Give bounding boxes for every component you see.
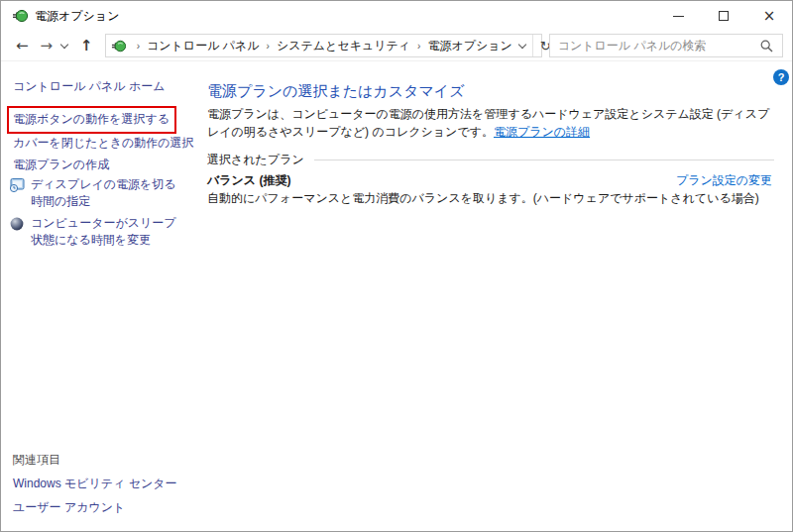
breadcrumb-power-options[interactable]: 電源オプション: [427, 38, 511, 54]
title-bar: 電源オプション ×: [1, 1, 792, 31]
display-clock-icon: [9, 177, 25, 193]
plan-description: 自動的にパフォーマンスと電力消費のバランスを取ります。(ハードウェアでサポートさ…: [207, 190, 780, 207]
highlight-box: 電源ボタンの動作を選択する: [7, 106, 176, 134]
forward-button[interactable]: →: [35, 39, 59, 53]
sleep-moon-icon: [9, 216, 25, 232]
maximize-icon: [719, 11, 729, 21]
selected-plan-heading: 選択されたプラン: [207, 152, 304, 168]
plan-row: バランス (推奨) プラン設定の変更: [207, 172, 772, 189]
power-plan-details-link[interactable]: 電源プランの詳細: [494, 125, 590, 139]
minimize-button[interactable]: [655, 1, 701, 31]
help-icon: ?: [778, 71, 785, 83]
address-dropdown-button[interactable]: [512, 35, 532, 56]
sidebar-item-display-off-time[interactable]: ディスプレイの電源を切る時間の指定: [9, 176, 181, 210]
breadcrumb-separator: ›: [137, 41, 140, 52]
plan-name: バランス (推奨): [207, 172, 290, 189]
address-bar[interactable]: › コントロール パネル › システムとセキュリティ › 電源オプション ↻: [105, 34, 542, 57]
search-icon[interactable]: [760, 40, 773, 53]
main-area: コントロール パネル ホーム 電源ボタンの動作を選択する カバーを閉じたときの動…: [1, 62, 792, 531]
up-button[interactable]: ↑: [74, 39, 99, 53]
chevron-down-icon: [518, 40, 526, 48]
help-button[interactable]: ?: [773, 69, 789, 85]
content-pane: 電源プランの選択またはカスタマイズ 電源プランは、コンピューターの電源の使用方法…: [207, 62, 774, 531]
recent-locations-chevron-icon[interactable]: [60, 40, 68, 48]
intro-text: 電源プランは、コンピューターの電源の使用方法を管理するハードウェア設定とシステム…: [207, 107, 769, 139]
power-options-window: 電源オプション × ← → ↑ › コントロール パネル › システムとセキュリ…: [0, 0, 793, 532]
task-pane: コントロール パネル ホーム 電源ボタンの動作を選択する カバーを閉じたときの動…: [1, 62, 199, 531]
window-controls: ×: [655, 1, 792, 31]
search-input[interactable]: [550, 39, 760, 53]
sidebar-item-control-panel-home[interactable]: コントロール パネル ホーム: [13, 78, 165, 95]
sidebar-item-choose-lid-close-action[interactable]: カバーを閉じたときの動作の選択: [13, 135, 194, 152]
sidebar-item-change-sleep-time[interactable]: コンピューターがスリープ状態になる時間を変更: [9, 215, 181, 249]
sidebar-item-create-power-plan[interactable]: 電源プランの作成: [13, 157, 109, 173]
section-divider: [314, 160, 774, 160]
sidebar-item-label: ディスプレイの電源を切る時間の指定: [31, 176, 181, 210]
sidebar-item-user-accounts[interactable]: ユーザー アカウント: [13, 499, 125, 516]
address-power-icon: [111, 39, 126, 53]
intro-paragraph: 電源プランは、コンピューターの電源の使用方法を管理するハードウェア設定とシステム…: [207, 106, 780, 141]
sidebar-item-choose-power-button-action[interactable]: 電源ボタンの動作を選択する: [13, 112, 170, 126]
maximize-button[interactable]: [701, 1, 746, 31]
window-title: 電源オプション: [35, 8, 119, 25]
sidebar-item-windows-mobility-center[interactable]: Windows モビリティ センター: [13, 476, 177, 492]
close-button[interactable]: ×: [746, 1, 792, 31]
back-button[interactable]: ←: [10, 39, 35, 53]
close-icon: ×: [763, 9, 776, 24]
navigation-toolbar: ← → ↑ › コントロール パネル › システムとセキュリティ › 電源オプシ…: [1, 31, 792, 61]
sidebar-item-label: コンピューターがスリープ状態になる時間を変更: [31, 215, 181, 249]
minimize-icon: [673, 16, 684, 17]
breadcrumb-system-security[interactable]: システムとセキュリティ: [277, 38, 410, 54]
power-options-icon: [12, 8, 28, 24]
page-title: 電源プランの選択またはカスタマイズ: [207, 82, 465, 101]
change-plan-settings-link[interactable]: プラン設定の変更: [676, 172, 772, 189]
selected-plan-section: 選択されたプラン: [207, 152, 774, 168]
related-items-heading: 関連項目: [13, 452, 60, 469]
breadcrumb-separator: ›: [417, 41, 420, 52]
breadcrumb-separator: ›: [267, 41, 270, 52]
breadcrumb-control-panel[interactable]: コントロール パネル: [147, 38, 260, 54]
search-box: [549, 34, 783, 57]
